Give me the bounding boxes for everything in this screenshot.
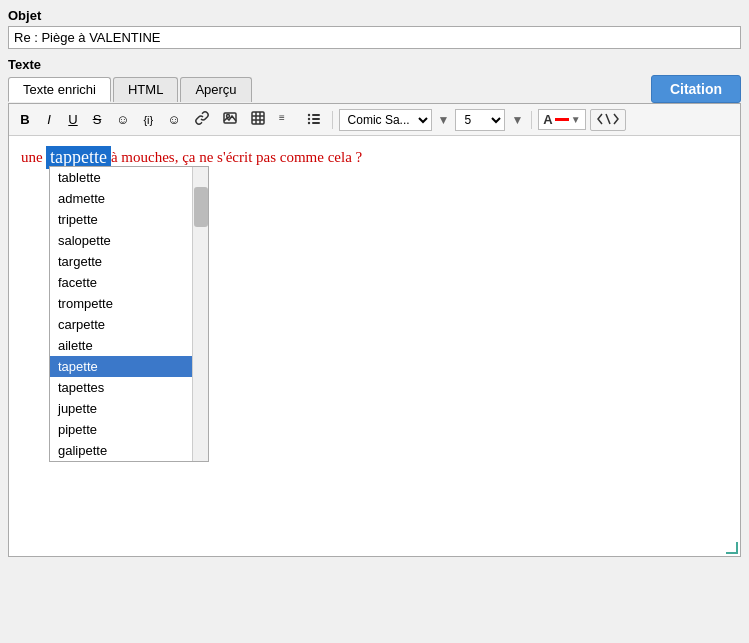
svg-line-14 xyxy=(606,114,610,124)
autocomplete-scrollbar[interactable] xyxy=(192,167,208,461)
svg-point-12 xyxy=(307,122,309,124)
tabs-row: Texte enrichi HTML Aperçu Citation xyxy=(8,75,741,103)
size-select[interactable]: 5 xyxy=(455,109,505,131)
italic-button[interactable]: I xyxy=(39,109,59,130)
tab-html[interactable]: HTML xyxy=(113,77,178,102)
table-button[interactable] xyxy=(246,108,270,131)
autocomplete-item[interactable]: facette xyxy=(50,272,208,293)
autocomplete-item[interactable]: tapettes xyxy=(50,377,208,398)
autocomplete-item[interactable]: ailette xyxy=(50,335,208,356)
svg-rect-13 xyxy=(312,122,320,124)
smiley-button[interactable]: ☺ xyxy=(111,109,134,130)
unordered-list-button[interactable] xyxy=(302,108,326,131)
autocomplete-item-selected[interactable]: tapette xyxy=(50,356,208,377)
autocomplete-item[interactable]: galipette xyxy=(50,440,208,461)
emoji-button[interactable]: ☺ xyxy=(162,109,185,130)
ordered-list-button[interactable]: ≡ xyxy=(274,108,298,131)
svg-rect-2 xyxy=(252,112,264,124)
autocomplete-list: tablette admette tripette salopette targ… xyxy=(50,167,208,461)
word-rest: à mouches, ça ne s'écrit pas comme cela … xyxy=(111,149,362,166)
toolbar-sep2 xyxy=(531,111,532,129)
citation-button[interactable]: Citation xyxy=(651,75,741,103)
autocomplete-item[interactable]: salopette xyxy=(50,230,208,251)
autocomplete-dropdown[interactable]: tablette admette tripette salopette targ… xyxy=(49,166,209,462)
scroll-thumb xyxy=(194,187,208,227)
tab-apercu[interactable]: Aperçu xyxy=(180,77,251,102)
source-button[interactable] xyxy=(590,109,626,131)
autocomplete-item[interactable]: tablette xyxy=(50,167,208,188)
size-arrow: ▼ xyxy=(511,113,523,127)
color-swatch xyxy=(555,118,569,121)
color-label: A xyxy=(543,112,552,127)
autocomplete-item[interactable]: admette xyxy=(50,188,208,209)
bold-button[interactable]: B xyxy=(15,109,35,130)
resize-handle[interactable] xyxy=(726,542,738,554)
link-button[interactable] xyxy=(190,108,214,131)
autocomplete-item[interactable]: carpette xyxy=(50,314,208,335)
autocomplete-item[interactable]: targette xyxy=(50,251,208,272)
tabs-left: Texte enrichi HTML Aperçu xyxy=(8,77,254,102)
objet-input[interactable] xyxy=(8,26,741,49)
image-button[interactable] xyxy=(218,108,242,131)
braces-button[interactable]: {i} xyxy=(138,111,158,129)
autocomplete-item[interactable]: jupette xyxy=(50,398,208,419)
tab-texte-enrichi[interactable]: Texte enrichi xyxy=(8,77,111,102)
toolbar: B I U S ☺ {i} ☺ xyxy=(9,104,740,136)
font-arrow: ▼ xyxy=(438,113,450,127)
editor-content[interactable]: une tappette à mouches, ça ne s'écrit pa… xyxy=(9,136,740,556)
svg-rect-11 xyxy=(312,118,320,120)
svg-rect-9 xyxy=(312,114,320,116)
toolbar-sep1 xyxy=(332,111,333,129)
color-button[interactable]: A ▼ xyxy=(538,109,585,130)
strike-button[interactable]: S xyxy=(87,109,107,130)
svg-point-8 xyxy=(307,114,309,116)
autocomplete-item[interactable]: trompette xyxy=(50,293,208,314)
font-select[interactable]: Comic Sa... xyxy=(339,109,432,131)
main-container: Objet Texte Texte enrichi HTML Aperçu Ci… xyxy=(0,0,749,565)
svg-point-10 xyxy=(307,118,309,120)
color-chevron: ▼ xyxy=(571,114,581,125)
word-une: une xyxy=(21,149,43,166)
underline-button[interactable]: U xyxy=(63,109,83,130)
autocomplete-item[interactable]: tripette xyxy=(50,209,208,230)
editor-container: B I U S ☺ {i} ☺ xyxy=(8,103,741,557)
autocomplete-item[interactable]: pipette xyxy=(50,419,208,440)
texte-label: Texte xyxy=(8,57,741,72)
svg-text:≡: ≡ xyxy=(279,112,285,123)
objet-label: Objet xyxy=(8,8,741,23)
